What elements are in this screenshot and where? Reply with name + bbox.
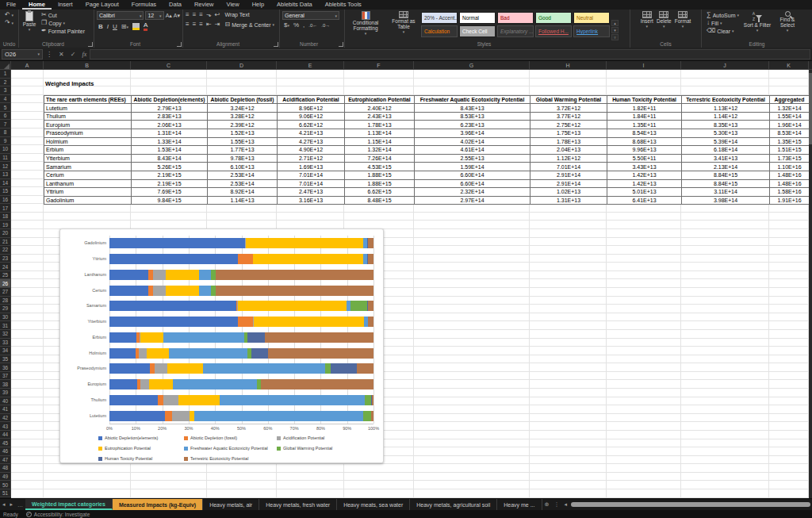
accounting-format-button[interactable]: $▾ <box>284 22 289 29</box>
legend-item-freshwater-aquatic-ecotoxicity-potential[interactable]: Freshwater Aquatic Ecotoxicity Potential <box>184 446 268 451</box>
italic-button[interactable]: I <box>107 24 109 30</box>
stacked-bar-samarium[interactable] <box>109 301 373 311</box>
row-header-2[interactable]: 2 <box>0 79 11 87</box>
table-cell[interactable]: 1.75E+13 <box>530 129 607 138</box>
bar-segment-freshwater-aquatic-ecotoxicity-potential[interactable] <box>199 286 211 296</box>
table-cell[interactable]: Ytterbium <box>44 155 132 163</box>
bar-segment-global-warming-potential[interactable] <box>325 363 331 374</box>
bar-segment-terrestric-ecotoxicity-potential[interactable] <box>265 332 373 343</box>
table-cell[interactable]: 4.21E+13 <box>278 129 345 138</box>
table-cell[interactable]: 1.88E+15 <box>345 171 415 180</box>
font-color-button[interactable]: A <box>144 22 147 31</box>
row-header-30[interactable]: 30 <box>0 313 11 322</box>
bar-segment-terrestric-ecotoxicity-potential[interactable] <box>368 238 373 248</box>
bar-segment-abiotic-depletion-elements[interactable] <box>109 411 165 421</box>
ribbon-tab-review[interactable]: Review <box>188 0 220 10</box>
bar-segment-eutrophication-potential[interactable] <box>254 317 365 327</box>
table-cell[interactable]: 1.31E+14 <box>132 129 208 138</box>
bar-segment-abiotic-depletion-fossil[interactable] <box>165 411 171 421</box>
stacked-bar-europium[interactable] <box>109 379 373 389</box>
table-cell[interactable]: 1.42E+13 <box>607 171 682 180</box>
row-header-27[interactable]: 27 <box>0 288 11 297</box>
table-cell[interactable]: 8.53E+13 <box>415 113 530 121</box>
legend-item-abiotic-depletion-elements[interactable]: Abiotic Depletion(elements) <box>98 436 158 440</box>
align-middle-icon[interactable]: ≡ <box>193 12 197 18</box>
bar-segment-freshwater-aquatic-ecotoxicity-potential[interactable] <box>173 379 257 389</box>
table-cell[interactable]: 8.35E+13 <box>682 121 770 129</box>
table-cell[interactable]: 3.72E+12 <box>530 104 607 113</box>
bar-segment-terrestric-ecotoxicity-potential[interactable] <box>372 395 373 405</box>
table-cell[interactable]: 6.10E+13 <box>208 163 278 171</box>
table-cell[interactable]: 2.83E+13 <box>132 113 208 121</box>
bar-segment-terrestric-ecotoxicity-potential[interactable] <box>368 301 373 311</box>
column-header-a[interactable]: A <box>11 61 44 70</box>
ribbon-tab-view[interactable]: View <box>220 0 246 10</box>
bar-segment-acidification-potential[interactable] <box>140 379 149 389</box>
table-cell[interactable]: 1.52E+13 <box>208 129 278 138</box>
cut-button[interactable]: ✂Cut <box>40 11 86 19</box>
increase-decimal-button[interactable]: .0← <box>308 22 317 29</box>
table-cell[interactable]: 1.13E+12 <box>682 104 770 113</box>
table-cell[interactable]: 2.53E+14 <box>208 171 278 180</box>
table-cell[interactable]: 2.75E+12 <box>530 121 607 129</box>
table-cell[interactable]: 2.71E+12 <box>278 155 345 163</box>
bar-segment-terrestric-ecotoxicity-potential[interactable] <box>216 270 373 280</box>
table-cell[interactable]: 1.48E+16 <box>770 171 810 180</box>
table-cell[interactable]: 1.55E+14 <box>770 113 810 121</box>
vertical-scrollbar-thumb[interactable] <box>809 73 812 144</box>
row-header-18[interactable]: 18 <box>0 213 11 221</box>
table-header-cell[interactable]: Terrestric Ecotoxicity Potential <box>682 96 770 105</box>
table-cell[interactable]: 1.69E+13 <box>278 163 345 171</box>
table-cell[interactable]: Cerium <box>44 171 132 180</box>
bar-segment-freshwater-aquatic-ecotoxicity-potential[interactable] <box>169 348 247 359</box>
cell-style-calculation[interactable]: Calculation <box>421 25 458 37</box>
align-center-icon[interactable]: ≡ <box>193 21 197 28</box>
row-header-20[interactable]: 20 <box>0 229 11 238</box>
table-cell[interactable]: 1.78E+13 <box>530 138 607 147</box>
borders-button[interactable]: ⊞▾ <box>121 24 128 30</box>
align-bottom-icon[interactable]: ≡ <box>199 12 203 18</box>
table-cell[interactable]: 2.91E+14 <box>530 171 607 180</box>
table-cell[interactable]: 1.51E+15 <box>770 146 810 155</box>
gallery-down-button[interactable]: ▾ <box>611 27 619 33</box>
bar-segment-abiotic-depletion-elements[interactable] <box>109 301 236 311</box>
cell-style-normal[interactable]: Normal <box>459 12 496 24</box>
bold-button[interactable]: B <box>98 24 103 30</box>
table-header-cell[interactable]: Abiotic Depletion (fossil) <box>208 96 278 105</box>
table-cell[interactable]: 5.30E+13 <box>682 129 770 138</box>
ribbon-tab-home[interactable]: Home <box>22 0 52 10</box>
bar-segment-acidification-potential[interactable] <box>172 411 190 421</box>
table-cell[interactable]: 2.47E+13 <box>278 188 345 197</box>
table-cell[interactable]: 1.59E+14 <box>415 163 530 171</box>
table-cell[interactable]: 5.50E+11 <box>607 155 682 163</box>
bar-segment-abiotic-depletion-elements[interactable] <box>109 270 148 280</box>
table-cell[interactable]: 7.01E+14 <box>530 163 607 171</box>
table-cell[interactable]: 6.41E+13 <box>607 197 682 205</box>
align-top-icon[interactable]: ≡ <box>186 12 190 18</box>
fx-icon[interactable]: fx <box>79 51 90 58</box>
sheet-tab-heavy-metals-agricultural-soil[interactable]: Heavy metals, agricultural soil <box>410 499 497 510</box>
select-all-corner[interactable] <box>0 61 11 70</box>
table-cell[interactable]: 8.43E+13 <box>415 104 530 113</box>
table-cell[interactable]: Lutetium <box>44 104 132 113</box>
table-cell[interactable]: 3.43E+13 <box>607 163 682 171</box>
bar-segment-abiotic-depletion-fossil[interactable] <box>158 395 163 405</box>
bar-segment-freshwater-aquatic-ecotoxicity-potential[interactable] <box>203 363 326 374</box>
table-cell[interactable]: 2.55E+13 <box>415 155 530 163</box>
bar-segment-eutrophication-potential[interactable] <box>167 363 202 374</box>
table-cell[interactable]: 3.96E+14 <box>415 129 530 138</box>
table-cell[interactable]: 9.84E+15 <box>132 197 208 205</box>
table-cell[interactable]: 8.48E+15 <box>345 197 415 205</box>
bar-segment-eutrophication-potential[interactable] <box>178 395 220 405</box>
table-cell[interactable]: 8.92E+14 <box>208 188 278 197</box>
table-cell[interactable]: 1.78E+13 <box>345 121 415 129</box>
row-header-37[interactable]: 37 <box>0 372 11 381</box>
row-header-13[interactable]: 13 <box>0 171 11 179</box>
table-cell[interactable]: 1.33E+14 <box>132 138 208 147</box>
table-cell[interactable]: 2.13E+14 <box>682 163 770 171</box>
hscroll-left-button[interactable]: ◂ <box>561 499 569 510</box>
formula-input[interactable] <box>90 49 810 59</box>
table-cell[interactable]: 8.43E+14 <box>132 155 208 163</box>
table-cell[interactable]: 7.01E+14 <box>278 171 345 180</box>
table-header-cell[interactable]: Acidification Potential <box>278 96 345 105</box>
